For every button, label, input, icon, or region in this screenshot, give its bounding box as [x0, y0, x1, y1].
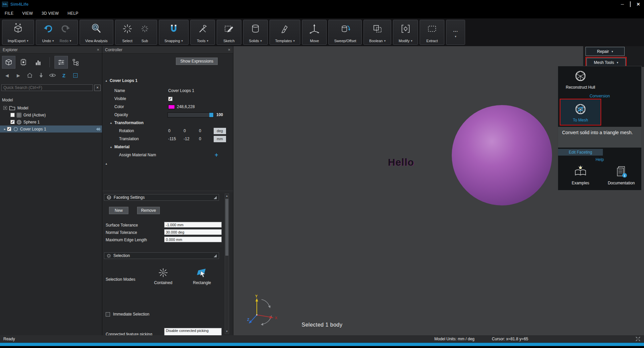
tab-properties-list[interactable]	[55, 56, 68, 69]
collapse-triangle-icon[interactable]: ▲	[105, 79, 108, 82]
chevron-down-icon[interactable]: ▾	[27, 39, 28, 42]
to-mesh-item[interactable]: To Mesh	[560, 99, 601, 125]
menu-3d-view[interactable]: 3D VIEW	[41, 11, 59, 16]
surface-tolerance-input[interactable]	[164, 222, 222, 228]
faceting-remove-button[interactable]: Remove	[137, 207, 160, 214]
visibility-eye-icon[interactable]	[49, 72, 56, 79]
chevron-down-icon[interactable]: ▾	[52, 39, 54, 42]
toolbar-boolean[interactable]: Boolean▾	[367, 21, 388, 44]
toolbar-select[interactable]: Select	[119, 21, 136, 44]
sphere-object[interactable]	[452, 105, 552, 205]
controller-scrollbar[interactable]: ▲ ▼	[225, 193, 229, 334]
color-swatch[interactable]	[168, 105, 175, 109]
name-value[interactable]: Cover Loops 1	[168, 88, 194, 93]
max-edge-length-input[interactable]	[164, 237, 222, 242]
translation-y-value[interactable]: -12	[184, 137, 199, 141]
explorer-close-icon[interactable]: ×	[97, 47, 99, 52]
examples-item[interactable]: Examples	[565, 165, 596, 185]
tree-expander-icon[interactable]: ▸	[4, 127, 6, 131]
show-expressions-button[interactable]: Show Expressions	[176, 58, 218, 65]
chevron-down-icon[interactable]: ▾	[612, 50, 613, 53]
tree-row-grid[interactable]: Grid (Active)	[0, 111, 102, 118]
translation-z-value[interactable]: 0	[199, 137, 214, 141]
chevron-down-icon[interactable]: ▾	[181, 39, 183, 42]
toolbar-redo[interactable]: Redo▾	[57, 21, 74, 44]
sphere-visibility-checkbox[interactable]: ✓	[10, 120, 15, 124]
reconstruct-hull-item[interactable]: Reconstruct Hull	[565, 69, 596, 90]
3d-viewport[interactable]: Hello Y X Z	[233, 46, 644, 335]
toolbar-extract[interactable]: Extract	[423, 21, 441, 44]
collapse-triangle-icon[interactable]: ▲	[110, 121, 112, 124]
rotation-unit-select[interactable]: deg	[214, 128, 226, 134]
scrollbar-thumb[interactable]	[225, 199, 228, 256]
grid-visibility-checkbox[interactable]	[10, 113, 15, 117]
selection-mode-contained[interactable]: Contained	[148, 267, 178, 285]
toolbar-sub[interactable]: Sub	[136, 21, 153, 44]
add-material-button[interactable]: +	[215, 152, 218, 158]
cover-loops-visibility-checkbox[interactable]: ✓	[7, 127, 11, 131]
collapse-corner-icon[interactable]	[214, 254, 217, 257]
chevron-down-icon[interactable]: ▾	[455, 35, 456, 38]
faceting-new-button[interactable]: New	[109, 207, 128, 214]
chevron-down-icon[interactable]: ▾	[260, 39, 262, 42]
close-button[interactable]: ×	[637, 2, 640, 6]
rotation-y-value[interactable]: 0	[184, 128, 199, 133]
documentation-item[interactable]: i Documentation	[605, 165, 638, 185]
hello-3d-text[interactable]: Hello	[388, 157, 414, 168]
tab-tree-structure[interactable]	[69, 56, 83, 69]
toolbar-snapping[interactable]: Snapping▾	[163, 21, 185, 44]
selection-header[interactable]: Selection	[104, 252, 219, 259]
chevron-down-icon[interactable]: ▾	[411, 39, 413, 42]
tree-row-model[interactable]: Model	[0, 104, 102, 111]
toolbar-view-analysis[interactable]: View Analysis	[83, 21, 110, 44]
menu-view[interactable]: VIEW	[22, 11, 33, 16]
opacity-slider[interactable]	[168, 112, 214, 117]
opacity-slider-handle[interactable]	[209, 113, 213, 117]
toolbar-undo[interactable]: Undo▾	[39, 21, 57, 44]
controller-close-icon[interactable]: ×	[228, 47, 230, 52]
toolbar-sweep-offset[interactable]: Sweep/Offset	[332, 21, 358, 44]
chevron-down-icon[interactable]: ▾	[70, 39, 72, 42]
toolbar-sketch[interactable]: Sketch	[220, 21, 238, 44]
selection-mode-rectangle[interactable]: Rectangle	[187, 267, 217, 285]
minimize-button[interactable]: ─	[621, 2, 624, 6]
edit-faceting-item[interactable]: Edit Faceting	[558, 149, 603, 156]
chevron-down-icon[interactable]: ▾	[617, 61, 618, 64]
rotation-z-value[interactable]: 0	[199, 128, 214, 133]
tab-model-view[interactable]	[2, 56, 15, 69]
toolbar-imp-export[interactable]: Imp/Export▾	[6, 21, 30, 44]
tree-row-sphere[interactable]: ✓ Sphere 1	[0, 118, 102, 125]
scroll-down-icon[interactable]: ▼	[226, 329, 228, 334]
menu-help[interactable]: HELP	[68, 11, 79, 16]
orientation-axes-widget[interactable]: Y X Z	[247, 294, 279, 326]
collapse-triangle-icon[interactable]: ▲	[105, 162, 108, 165]
mesh-tools-dropdown-button[interactable]: Mesh Tools ▾	[586, 58, 626, 67]
quick-search-input[interactable]	[1, 84, 93, 91]
collapse-corner-icon[interactable]	[214, 196, 217, 199]
tab-simulation-view[interactable]	[17, 56, 30, 69]
immediate-selection-checkbox[interactable]	[106, 312, 110, 317]
toolbar-overflow[interactable]: ... ▾	[450, 21, 461, 44]
translation-x-value[interactable]: -115	[168, 137, 184, 141]
nav-back-icon[interactable]: ◀	[3, 72, 11, 79]
toolbar-modify[interactable]: Modify▾	[397, 21, 414, 44]
clear-search-icon[interactable]: ×	[94, 85, 101, 91]
menu-file[interactable]: FILE	[5, 11, 14, 16]
normal-tolerance-input[interactable]	[164, 229, 222, 235]
connected-picking-select[interactable]: Disable connected picking	[164, 328, 222, 335]
tree-expander-icon[interactable]	[3, 106, 7, 110]
faceting-settings-header[interactable]: Faceting Settings	[104, 194, 219, 201]
toolbar-tools[interactable]: Tools▾	[194, 21, 211, 44]
collapse-triangle-icon[interactable]: ▲	[110, 146, 112, 149]
toolbar-solids[interactable]: Solids▾	[247, 21, 264, 44]
scroll-up-icon[interactable]: ▲	[226, 194, 228, 198]
home-icon[interactable]	[26, 72, 33, 79]
collapse-all-icon[interactable]: –	[72, 72, 79, 79]
toolbar-templates[interactable]: Templates▾	[273, 21, 297, 44]
help-link[interactable]: Help	[558, 157, 641, 162]
nav-forward-icon[interactable]: ▶	[15, 72, 22, 79]
tab-analysis-view[interactable]	[31, 56, 45, 69]
edit-z-order-icon[interactable]: Z	[60, 72, 68, 79]
chevron-down-icon[interactable]: ▾	[207, 39, 208, 42]
rotation-x-value[interactable]: 0	[168, 128, 184, 133]
